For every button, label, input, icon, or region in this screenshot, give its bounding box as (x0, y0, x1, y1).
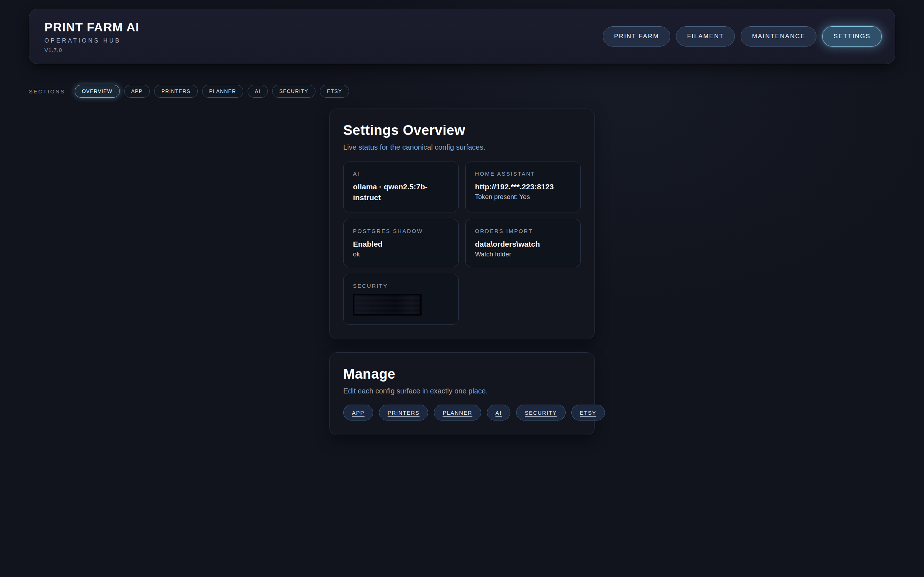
manage-link-app[interactable]: APP (343, 405, 373, 421)
manage-subtitle: Edit each config surface in exactly one … (343, 387, 581, 395)
redacted-blur-overlay (353, 294, 422, 316)
tile-label: ORDERS IMPORT (475, 228, 571, 234)
status-tile-ai: AI ollama · qwen2.5:7b-instruct (343, 161, 459, 213)
manage-link-ai[interactable]: AI (487, 405, 510, 421)
manage-link-printers[interactable]: PRINTERS (379, 405, 428, 421)
sections-row: SECTIONS OVERVIEW APP PRINTERS PLANNER A… (29, 85, 924, 98)
header-card: PRINT FARM AI OPERATIONS HUB V1.7.0 PRIN… (29, 9, 895, 64)
tile-label: HOME ASSISTANT (475, 171, 571, 177)
tile-sub: ok (353, 251, 449, 258)
manage-links-row: APP PRINTERS PLANNER AI SECURITY ETSY (343, 405, 581, 421)
tile-value: ollama · qwen2.5:7b-instruct (353, 181, 449, 203)
app-subtitle: OPERATIONS HUB (44, 37, 139, 44)
status-tile-postgres-shadow: POSTGRES SHADOW Enabled ok (343, 219, 459, 267)
tile-value: data\orders\watch (475, 239, 571, 250)
status-tile-security: SECURITY (343, 274, 459, 324)
section-pill-ai[interactable]: AI (247, 85, 268, 98)
manage-link-etsy[interactable]: ETSY (571, 405, 605, 421)
overview-title: Settings Overview (343, 122, 581, 138)
app-title: PRINT FARM AI (44, 20, 139, 34)
nav-button-print-farm[interactable]: PRINT FARM (603, 26, 670, 47)
section-pill-planner[interactable]: PLANNER (202, 85, 244, 98)
nav-button-filament[interactable]: FILAMENT (676, 26, 735, 47)
tile-label: AI (353, 171, 449, 177)
manage-link-planner[interactable]: PLANNER (434, 405, 481, 421)
tile-label: SECURITY (353, 283, 449, 289)
status-tile-home-assistant: HOME ASSISTANT http://192.***.223:8123 T… (465, 161, 581, 213)
section-pill-etsy[interactable]: ETSY (320, 85, 349, 98)
top-nav: PRINT FARM FILAMENT MAINTENANCE SETTINGS (603, 26, 882, 47)
manage-link-security[interactable]: SECURITY (516, 405, 565, 421)
sections-label: SECTIONS (29, 89, 65, 95)
brand-block: PRINT FARM AI OPERATIONS HUB V1.7.0 (44, 20, 139, 53)
manage-card: Manage Edit each config surface in exact… (329, 352, 595, 435)
section-pill-security[interactable]: SECURITY (272, 85, 315, 98)
tile-label: POSTGRES SHADOW (353, 228, 449, 234)
redacted-security-image (353, 294, 422, 316)
section-pill-printers[interactable]: PRINTERS (154, 85, 197, 98)
overview-subtitle: Live status for the canonical config sur… (343, 143, 581, 152)
nav-button-maintenance[interactable]: MAINTENANCE (741, 26, 816, 47)
main-content: Settings Overview Live status for the ca… (329, 108, 595, 435)
status-grid: AI ollama · qwen2.5:7b-instruct HOME ASS… (343, 161, 581, 324)
tile-value: Enabled (353, 239, 449, 250)
section-pill-app[interactable]: APP (124, 85, 150, 98)
app-version: V1.7.0 (44, 47, 139, 53)
nav-button-settings[interactable]: SETTINGS (822, 26, 882, 47)
tile-sub: Watch folder (475, 251, 571, 258)
section-pill-overview[interactable]: OVERVIEW (75, 85, 120, 98)
settings-overview-card: Settings Overview Live status for the ca… (329, 108, 595, 339)
manage-title: Manage (343, 366, 581, 382)
status-tile-orders-import: ORDERS IMPORT data\orders\watch Watch fo… (465, 219, 581, 267)
tile-value: http://192.***.223:8123 (475, 181, 571, 192)
tile-sub: Token present: Yes (475, 193, 571, 201)
